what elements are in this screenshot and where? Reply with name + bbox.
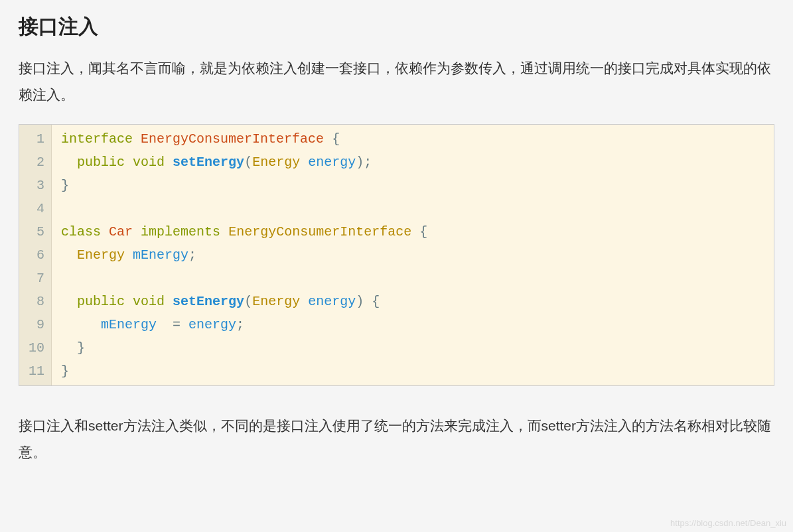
type-ref: EnergyConsumerInterface: [228, 224, 411, 239]
field-ref: mEnergy: [101, 317, 157, 332]
method-name: setEnergy: [173, 155, 244, 170]
line-number: 11: [29, 360, 44, 383]
line-number: 3: [29, 174, 44, 197]
brace: {: [372, 294, 380, 309]
summary-paragraph: 接口注入和setter方法注入类似，不同的是接口注入使用了统一的方法来完成注入，…: [19, 413, 774, 466]
param: energy: [308, 155, 356, 170]
type-name: Car: [109, 224, 133, 239]
section-heading: 接口注入: [19, 13, 774, 40]
semicolon: ;: [364, 155, 372, 170]
keyword: public: [77, 155, 125, 170]
type-ref: Energy: [252, 155, 300, 170]
line-number: 2: [29, 151, 44, 174]
field: mEnergy: [133, 247, 188, 263]
keyword: public: [77, 294, 125, 309]
semicolon: ;: [236, 317, 244, 332]
keyword: interface: [61, 131, 133, 147]
method-name: setEnergy: [173, 294, 244, 309]
paren: (: [244, 155, 252, 170]
var-ref: energy: [188, 317, 236, 332]
brace: }: [77, 340, 85, 356]
line-number-gutter: 1 2 3 4 5 6 7 8 9 10 11: [19, 125, 52, 385]
line-number: 10: [29, 336, 44, 360]
line-number: 5: [29, 220, 44, 243]
type-ref: Energy: [77, 247, 125, 263]
type-ref: Energy: [252, 294, 300, 309]
line-number: 9: [29, 313, 44, 336]
line-number: 8: [29, 290, 44, 313]
line-number: 6: [29, 243, 44, 267]
intro-paragraph: 接口注入，闻其名不言而喻，就是为依赖注入创建一套接口，依赖作为参数传入，通过调用…: [19, 55, 774, 108]
paren: ): [356, 155, 364, 170]
line-number: 7: [29, 267, 44, 290]
brace: }: [61, 178, 69, 193]
paren: (: [244, 294, 252, 309]
code-content: interface EnergyConsumerInterface { publ…: [52, 125, 774, 385]
keyword: void: [133, 294, 165, 309]
type-name: EnergyConsumerInterface: [141, 131, 324, 147]
operator: =: [173, 317, 180, 332]
semicolon: ;: [188, 247, 196, 263]
brace: }: [61, 364, 69, 379]
brace: {: [419, 224, 427, 239]
keyword: void: [133, 155, 165, 170]
line-number: 4: [29, 197, 44, 220]
param: energy: [308, 294, 356, 309]
line-number: 1: [29, 127, 44, 151]
code-block: 1 2 3 4 5 6 7 8 9 10 11 interface Energy…: [19, 124, 774, 386]
paren: ): [356, 294, 364, 309]
keyword: implements: [141, 224, 220, 239]
brace: {: [332, 131, 340, 147]
keyword: class: [61, 224, 101, 239]
